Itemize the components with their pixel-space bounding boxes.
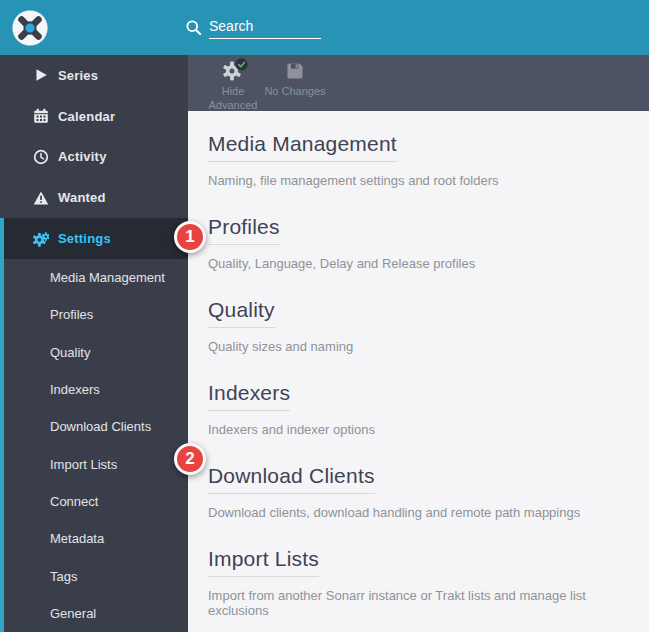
- sidebar-subitem-label: General: [50, 606, 96, 621]
- sidebar-subitem-label: Profiles: [50, 307, 93, 322]
- annotation-number: 2: [185, 449, 194, 469]
- sidebar: Series Calendar Activity: [0, 55, 188, 632]
- sidebar-subitem-profiles[interactable]: Profiles: [4, 296, 188, 333]
- sidebar-subitem-tags[interactable]: Tags: [4, 557, 188, 594]
- settings-toolbar: Hide Advanced No Changes: [188, 55, 649, 111]
- sidebar-subitem-media-management[interactable]: Media Management: [4, 259, 188, 296]
- toolbar-button-label: No Changes: [264, 85, 325, 99]
- search-input[interactable]: [209, 16, 321, 39]
- play-icon: [33, 67, 49, 83]
- sidebar-subitem-label: Connect: [50, 494, 98, 509]
- section-description: Download clients, download handling and …: [208, 505, 629, 520]
- settings-nav-group: Settings Media Management Profiles Quali…: [0, 218, 188, 632]
- settings-section-download-clients: Download Clients Download clients, downl…: [208, 464, 629, 520]
- quality-link[interactable]: Quality: [208, 298, 275, 328]
- section-description: Indexers and indexer options: [208, 422, 629, 437]
- check-badge-icon: [235, 58, 248, 71]
- sidebar-item-calendar[interactable]: Calendar: [0, 96, 188, 137]
- calendar-icon: [33, 108, 49, 124]
- profiles-link[interactable]: Profiles: [208, 215, 280, 245]
- sidebar-item-activity[interactable]: Activity: [0, 137, 188, 178]
- section-description: Quality sizes and naming: [208, 339, 629, 354]
- sonarr-logo-icon[interactable]: [11, 9, 49, 47]
- sidebar-subitem-label: Metadata: [50, 531, 104, 546]
- sidebar-subitem-label: Media Management: [50, 270, 165, 285]
- save-icon: [284, 61, 306, 83]
- sidebar-item-label: Wanted: [58, 190, 106, 205]
- section-description: Naming, file management settings and roo…: [208, 173, 629, 188]
- sidebar-subitem-import-lists[interactable]: Import Lists: [4, 445, 188, 482]
- sidebar-subitem-label: Indexers: [50, 382, 100, 397]
- sidebar-subitem-label: Quality: [50, 345, 90, 360]
- sidebar-subitem-metadata[interactable]: Metadata: [4, 520, 188, 557]
- indexers-link[interactable]: Indexers: [208, 381, 290, 411]
- media-management-link[interactable]: Media Management: [208, 132, 397, 162]
- sidebar-item-label: Activity: [58, 149, 107, 164]
- settings-section-indexers: Indexers Indexers and indexer options: [208, 381, 629, 437]
- advanced-gear-check-icon: [222, 61, 244, 83]
- sidebar-subitem-label: Download Clients: [50, 419, 151, 434]
- search-icon: [185, 19, 202, 36]
- section-description: Quality, Language, Delay and Release pro…: [208, 256, 629, 271]
- annotation-number: 1: [185, 227, 194, 247]
- sidebar-subitem-connect[interactable]: Connect: [4, 483, 188, 520]
- no-changes-button[interactable]: No Changes: [264, 61, 326, 99]
- cogs-icon: [33, 231, 49, 247]
- settings-section-profiles: Profiles Quality, Language, Delay and Re…: [208, 215, 629, 271]
- sidebar-item-wanted[interactable]: Wanted: [0, 177, 188, 218]
- sidebar-item-label: Calendar: [58, 109, 115, 124]
- sonarr-settings-page: Series Calendar Activity: [0, 0, 649, 632]
- search-bar: [185, 16, 321, 39]
- warning-icon: [33, 190, 49, 206]
- settings-section-quality: Quality Quality sizes and naming: [208, 298, 629, 354]
- top-bar: [0, 0, 649, 55]
- sidebar-item-settings[interactable]: Settings: [4, 218, 188, 259]
- sidebar-item-label: Settings: [58, 231, 111, 246]
- sidebar-subitem-label: Import Lists: [50, 457, 117, 472]
- annotation-badge-1: 1: [174, 221, 206, 253]
- hide-advanced-button[interactable]: Hide Advanced: [202, 61, 264, 113]
- sidebar-subitem-quality[interactable]: Quality: [4, 334, 188, 371]
- sidebar-subitem-indexers[interactable]: Indexers: [4, 371, 188, 408]
- section-description: Import from another Sonarr instance or T…: [208, 588, 629, 618]
- import-lists-link[interactable]: Import Lists: [208, 547, 319, 577]
- toolbar-button-label: Hide Advanced: [202, 85, 264, 113]
- download-clients-link[interactable]: Download Clients: [208, 464, 375, 494]
- sidebar-subitem-general[interactable]: General: [4, 595, 188, 632]
- sidebar-item-label: Series: [58, 68, 98, 83]
- sidebar-item-series[interactable]: Series: [0, 55, 188, 96]
- clock-icon: [33, 149, 49, 165]
- sidebar-subitem-download-clients[interactable]: Download Clients: [4, 408, 188, 445]
- settings-section-media-management: Media Management Naming, file management…: [208, 132, 629, 188]
- annotation-badge-2: 2: [174, 443, 206, 475]
- settings-section-import-lists: Import Lists Import from another Sonarr …: [208, 547, 629, 618]
- sidebar-subitem-label: Tags: [50, 569, 77, 584]
- settings-overview: Media Management Naming, file management…: [188, 111, 649, 632]
